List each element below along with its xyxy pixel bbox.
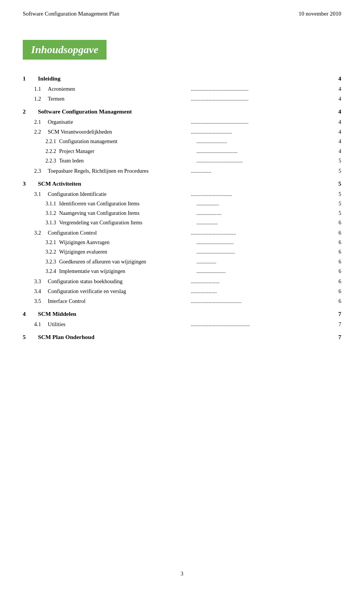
toc-entry-num: 2.2.1 xyxy=(46,137,59,146)
toc-entry: 1.1Acroniemen...........................… xyxy=(23,85,341,93)
toc-entry: 3.2.4Implementatie van wijzigingen......… xyxy=(23,267,341,276)
toc-entry-num: 2.1 xyxy=(34,118,48,126)
toc-entry-page: 6 xyxy=(334,277,341,286)
toc-entry: 3.1.2Naamgeving van Configuration Items.… xyxy=(23,209,341,218)
toc-entry-num: 3.1.1 xyxy=(46,200,59,208)
toc-entry-num: 3.2.4 xyxy=(46,267,59,276)
toc-entry: 3.1.3Vergrendeling van Configuration Ite… xyxy=(23,219,341,227)
toc-entry: 4.1Utilities............................… xyxy=(23,320,341,329)
toc-entry: 3.4Configuration verificatie en verslag.… xyxy=(23,287,341,296)
toc-entry-label: Project Manager xyxy=(59,147,195,156)
toc-entry-num: 3.2.2 xyxy=(46,248,59,256)
toc-entry-dots: ........................................… xyxy=(191,85,332,93)
toc-entry: 3.5Interface Control....................… xyxy=(23,297,341,306)
toc-entry-page: 4 xyxy=(334,85,341,93)
toc-entry-num: 3 xyxy=(23,179,38,189)
toc-entry: 2Software Configuration Management4 xyxy=(23,107,341,117)
toc-entry-page: 6 xyxy=(334,287,341,296)
toc-entry-label: Identificeren van Configuration Items xyxy=(59,200,195,208)
toc-entry-page: 6 xyxy=(334,267,341,276)
toc-entry-page: 4 xyxy=(334,118,341,126)
toc-entry-label: Naamgeving van Configuration Items xyxy=(59,209,195,218)
toc-entry-label: Configuration verificatie en verslag xyxy=(48,287,189,296)
page-number: 3 xyxy=(0,563,364,585)
toc-entry-num: 1.1 xyxy=(34,85,48,93)
toc-entry-dots: ..................................... xyxy=(191,297,332,306)
toc-entry-page: 6 xyxy=(334,238,341,247)
toc-entry: 2.3Toepasbare Regels, Richtlijnen en Pro… xyxy=(23,167,341,175)
toc-entry-label: Configuration management xyxy=(59,137,195,146)
toc-entry-num: 3.2 xyxy=(34,229,48,237)
toc-entry: 2.2.1Configuration management...........… xyxy=(23,137,341,146)
toc-title: Inhoudsopgave xyxy=(31,44,98,55)
toc-entry: 4SCM Middelen7 xyxy=(23,309,341,319)
toc-entry-page: 4 xyxy=(334,147,341,156)
toc-entry-num: 3.1.2 xyxy=(46,209,59,218)
toc-entry-num: 3.3 xyxy=(34,277,48,286)
page-content: Inhoudsopgave 1Inleiding41.1Acroniemen..… xyxy=(0,25,364,366)
toc-entry-dots: .............................. xyxy=(191,190,332,199)
document-date: 10 november 2010 xyxy=(299,11,341,17)
toc-entry-page: 4 xyxy=(334,128,341,136)
toc-entry: 2.2.2Project Manager....................… xyxy=(23,147,341,156)
toc-entry-dots: ................... xyxy=(191,287,332,296)
toc-entry-label: Configuration status boekhouding xyxy=(48,277,189,286)
toc-entry-dots: ............................... xyxy=(196,147,332,156)
toc-entry-page: 4 xyxy=(334,74,341,84)
toc-entry-label: Implementatie van wijzigingen xyxy=(59,267,195,276)
toc-entry: 3.3Configuration status boekhouding.....… xyxy=(23,277,341,286)
toc-entry-page: 4 xyxy=(334,95,341,103)
toc-entry-label: SCM Verantwoordelijkheden xyxy=(48,128,189,136)
toc-entry-page: 5 xyxy=(334,190,341,199)
toc-entry-label: Interface Control xyxy=(48,297,189,306)
toc-entry: 3.2.1Wijzigingen Aanvragen..............… xyxy=(23,238,341,247)
page-header: Software Configuration Management Plan 1… xyxy=(0,0,364,25)
toc-entry-num: 3.1 xyxy=(34,190,48,199)
toc-entry-label: Toepasbare Regels, Richtlijnen en Proced… xyxy=(48,167,189,175)
toc-entry-label: Wijzigingen Aanvragen xyxy=(59,238,195,247)
toc-entry-dots: ...................... xyxy=(196,267,332,276)
toc-entry-page: 4 xyxy=(334,107,341,117)
toc-entry: 3SCM Activiteiten5 xyxy=(23,179,341,189)
toc-entry-page: 7 xyxy=(334,333,341,342)
toc-entry-page: 6 xyxy=(334,229,341,237)
toc-entry-label: SCM Middelen xyxy=(38,309,186,319)
toc-entry-num: 5 xyxy=(23,333,38,342)
toc-entry-num: 3.5 xyxy=(34,297,48,306)
toc-entry-num: 2 xyxy=(23,107,38,117)
toc-entry-label: Inleiding xyxy=(38,74,186,84)
toc-entry-page: 6 xyxy=(334,297,341,306)
toc-entry-dots: ........................................… xyxy=(191,118,332,126)
toc-entry-dots: ................................. xyxy=(191,229,332,237)
toc-entry-page: 5 xyxy=(334,200,341,208)
toc-entry: 2.1Organisatie..........................… xyxy=(23,118,341,126)
toc-entry-label: SCM Activiteiten xyxy=(38,179,186,189)
toc-entry-num: 2.3 xyxy=(34,167,48,175)
toc-title-box: Inhoudsopgave xyxy=(23,40,107,60)
toc-entry-page: 6 xyxy=(334,219,341,227)
toc-entry-dots: ........................................… xyxy=(191,95,332,103)
toc-entry-num: 3.1.3 xyxy=(46,219,59,227)
toc-entry-dots: ................................... xyxy=(196,157,332,165)
toc-entry-dots: ............... xyxy=(191,167,332,175)
toc-entry-num: 1.2 xyxy=(34,95,48,103)
toc-entry-num: 2.2 xyxy=(34,128,48,136)
toc-entry-num: 2.2.3 xyxy=(46,157,59,165)
toc-entry: 2.2SCM Verantwoordelijkheden............… xyxy=(23,128,341,136)
toc-entry-num: 3.2.1 xyxy=(46,238,59,247)
toc-entry-dots: ................. xyxy=(196,200,332,208)
toc-entry-label: Termen xyxy=(48,95,189,103)
toc-entry-label: Vergrendeling van Configuration Items xyxy=(59,219,195,227)
toc-entry: 3.2.3Goedkeuren of afkeuren van wijzigin… xyxy=(23,258,341,266)
toc-entry-num: 3.2.3 xyxy=(46,258,59,266)
toc-entry-page: 5 xyxy=(334,179,341,189)
toc-entry-label: SCM Plan Onderhoud xyxy=(38,333,186,342)
toc-entry-dots: .............................. xyxy=(191,128,332,136)
toc-entry-label: Software Configuration Management xyxy=(38,107,186,117)
toc-entry-num: 2.2.2 xyxy=(46,147,59,156)
toc-entry-dots: ....................... xyxy=(196,137,332,146)
toc-entry-dots: ............... xyxy=(196,258,332,266)
toc-entry: 3.2Configuration Control................… xyxy=(23,229,341,237)
toc-entry-num: 4.1 xyxy=(34,320,48,329)
toc-entry-dots: ................... xyxy=(196,209,332,218)
